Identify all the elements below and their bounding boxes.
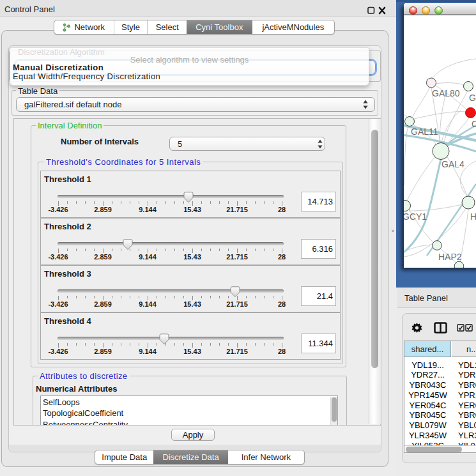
svg-text:GAL4: GAL4 (441, 159, 464, 169)
svg-text:GCY1: GCY1 (404, 211, 427, 222)
svg-text:GAL11: GAL11 (411, 127, 438, 137)
svg-text:H: H (470, 211, 476, 222)
svg-text:GA: GA (469, 93, 476, 103)
svg-text:HAP2: HAP2 (438, 252, 462, 262)
svg-text:C: C (472, 119, 476, 129)
svg-text:GAL80: GAL80 (432, 88, 460, 98)
